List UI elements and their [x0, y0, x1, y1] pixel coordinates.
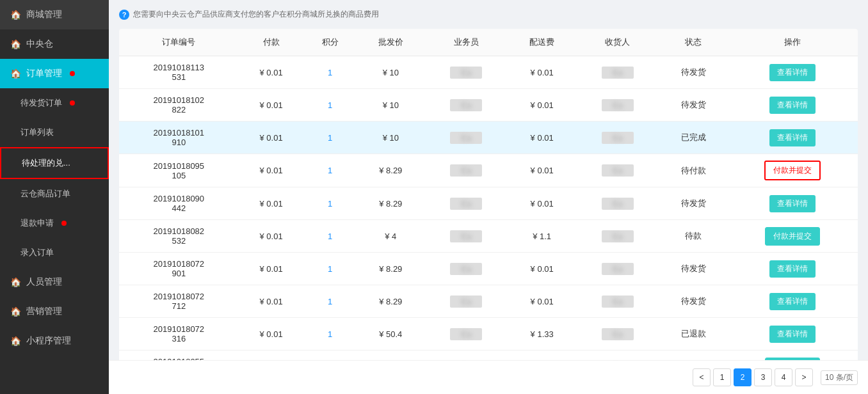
sidebar-item-staff[interactable]: 🏠 人员管理: [0, 267, 109, 297]
detail-button[interactable]: 查看详情: [769, 64, 816, 81]
sidebar-item-marketing[interactable]: 🏠 营销管理: [0, 297, 109, 326]
detail-button[interactable]: 查看详情: [769, 195, 816, 212]
sidebar-item-cloud-orders[interactable]: 云仓商品订单: [0, 179, 109, 209]
sidebar-item-enter-order[interactable]: 录入订单: [0, 238, 109, 267]
home-icon: 🏠: [10, 306, 21, 317]
sidebar-item-label: 订单列表: [20, 127, 54, 138]
pagination-page-4[interactable]: 4: [775, 368, 792, 386]
home-icon: 🏠: [10, 336, 21, 346]
home-icon: 🏠: [10, 10, 21, 20]
home-icon: 🏠: [10, 68, 21, 79]
table-row: 20191018072901¥ 0.011¥ 8.29Ea¥ 0.01Ea待发货…: [119, 253, 858, 285]
pay-button[interactable]: 付款并提交: [765, 358, 820, 361]
sidebar-item-shop[interactable]: 🏠 商城管理: [0, 0, 109, 29]
col-order-no: 订单编号: [119, 29, 239, 56]
pagination: < 1 2 3 4 > 10 条/页: [109, 360, 868, 394]
table-row: 20191018090442¥ 0.011¥ 8.29Ea¥ 0.01Ea待发货…: [119, 187, 858, 220]
content-area: ? 您需要向中央云仓产品供应商支付您的客户在积分商城所兑换的商品费用 订单编号 …: [109, 0, 868, 360]
pagination-page-3[interactable]: 3: [754, 368, 772, 386]
col-delivery: 配送费: [508, 29, 576, 56]
pagination-page-2[interactable]: 2: [734, 368, 751, 386]
detail-button[interactable]: 查看详情: [769, 326, 816, 343]
table-row: 20191018055359¥ 0.0110¥ 1Ea-Ea待付款付款并提交: [119, 351, 858, 361]
sidebar-item-orders[interactable]: 🏠 订单管理: [0, 59, 109, 88]
table-row: 20191018102822¥ 0.011¥ 10Ea¥ 0.01Ea待发货查看…: [119, 89, 858, 122]
sidebar-item-warehouse[interactable]: 🏠 中央仓: [0, 29, 109, 59]
col-payment: 付款: [239, 29, 304, 56]
col-action: 操作: [728, 29, 858, 56]
col-receiver: 收货人: [576, 29, 659, 56]
notice-bar: ? 您需要向中央云仓产品供应商支付您的客户在积分商城所兑换的商品费用: [119, 6, 858, 22]
main-content: ? 您需要向中央云仓产品供应商支付您的客户在积分商城所兑换的商品费用 订单编号 …: [109, 0, 868, 394]
sidebar-item-label: 小程序管理: [26, 335, 71, 347]
col-salesman: 业务员: [425, 29, 508, 56]
sidebar-item-pending-delivery[interactable]: 待发货订单: [0, 88, 109, 118]
orders-table: 订单编号 付款 积分 批发价 业务员 配送费 收货人 状态 操作 2019101…: [119, 29, 858, 360]
col-wholesale: 批发价: [357, 29, 425, 56]
detail-button[interactable]: 查看详情: [769, 293, 816, 310]
orders-table-wrapper: 订单编号 付款 积分 批发价 业务员 配送费 收货人 状态 操作 2019101…: [119, 29, 858, 360]
pagination-next[interactable]: >: [795, 368, 813, 386]
sidebar-item-label: 退款申请: [20, 217, 54, 229]
pending-delivery-badge: [70, 100, 75, 106]
detail-button[interactable]: 查看详情: [769, 129, 816, 146]
orders-badge: [70, 71, 75, 76]
sidebar-item-label: 待发货订单: [20, 97, 62, 109]
notice-icon: ?: [119, 10, 129, 20]
sidebar-item-label: 营销管理: [26, 306, 62, 317]
table-row: 20191018101910¥ 0.011¥ 10Ea¥ 0.01Ea已完成查看…: [119, 122, 858, 154]
sidebar-item-label: 录入订单: [20, 247, 54, 258]
table-row: 20191018082532¥ 0.011¥ 4Ea¥ 1.1Ea待款付款并提交: [119, 220, 858, 253]
pay-button-highlighted[interactable]: 付款并提交: [764, 161, 821, 180]
home-icon: 🏠: [10, 39, 21, 49]
refund-badge: [61, 221, 67, 226]
table-row: 20191018095105¥ 0.011¥ 8.29Ea¥ 0.01Ea待付款…: [119, 154, 858, 187]
notice-text: 您需要向中央云仓产品供应商支付您的客户在积分商城所兑换的商品费用: [133, 9, 379, 20]
sidebar-item-label: 待处理的兑...: [22, 157, 70, 169]
detail-button[interactable]: 查看详情: [769, 97, 816, 114]
sidebar: 🏠 商城管理 🏠 中央仓 🏠 订单管理 待发货订单 订单列表 待处理的兑... …: [0, 0, 109, 394]
page-size: 10 条/页: [821, 370, 858, 385]
sidebar-item-label: 订单管理: [26, 68, 62, 79]
sidebar-item-label: 人员管理: [26, 276, 62, 288]
pay-button[interactable]: 付款并提交: [765, 227, 820, 246]
col-status: 状态: [659, 29, 727, 56]
home-icon: 🏠: [10, 277, 21, 287]
sidebar-item-miniapp[interactable]: 🏠 小程序管理: [0, 326, 109, 356]
pagination-prev[interactable]: <: [693, 368, 711, 386]
table-row: 20191018072316¥ 0.011¥ 50.4Ea¥ 1.33Ea已退款…: [119, 318, 858, 351]
sidebar-item-label: 中央仓: [26, 38, 53, 50]
pagination-page-1[interactable]: 1: [713, 368, 731, 386]
sidebar-item-refund[interactable]: 退款申请: [0, 209, 109, 238]
table-row: 20191018113531¥ 0.011¥ 10Ea¥ 0.01Ea待发货查看…: [119, 56, 858, 89]
col-points: 积分: [304, 29, 357, 56]
table-row: 20191018072712¥ 0.011¥ 8.29Ea¥ 0.01Ea待发货…: [119, 285, 858, 318]
detail-button[interactable]: 查看详情: [769, 260, 816, 278]
sidebar-item-pending-redeem[interactable]: 待处理的兑...: [0, 147, 109, 179]
sidebar-item-order-list[interactable]: 订单列表: [0, 118, 109, 147]
sidebar-item-label: 云仓商品订单: [20, 188, 70, 200]
sidebar-item-label: 商城管理: [26, 9, 62, 20]
